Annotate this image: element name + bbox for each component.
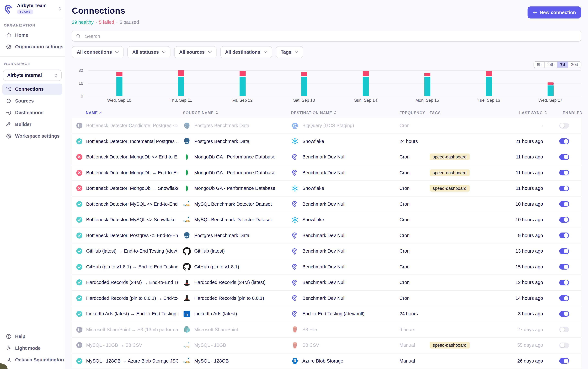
- last-sync-cell: 27 days ago: [515, 327, 558, 332]
- source-cell: MySQLMySQL Benchmark Detector Dataset: [179, 216, 287, 224]
- separator-dot: ·: [96, 20, 97, 25]
- sidebar-item-destinations[interactable]: Destinations: [2, 107, 62, 118]
- bar-thu-sep-11: [150, 70, 212, 96]
- column-header-source-name[interactable]: SOURCE NAME: [179, 111, 287, 115]
- enabled-cell: [558, 342, 581, 348]
- connection-row[interactable]: MySQL - 10GB → S3 CSVMySQLMySQL - 10GBS3…: [72, 338, 581, 353]
- workspace-nav: ConnectionsSourcesDestinationsBuilderWor…: [0, 83, 65, 142]
- destination-cell: Snowflake: [286, 184, 395, 192]
- sidebar-footer-octavia-squiddington[interactable]: Octavia Squiddington: [2, 354, 62, 366]
- sort-updown-icon: [334, 111, 337, 114]
- sidebar-item-organization-settings[interactable]: Organization settings: [2, 41, 62, 52]
- svg-text:01: 01: [294, 361, 295, 362]
- column-header-name[interactable]: NAME: [72, 111, 178, 115]
- snowflake-icon: [291, 216, 299, 224]
- bar-wed-sep-10: [89, 70, 150, 96]
- connection-row[interactable]: Microsoft SharePoint → S3 (13mb performa…: [72, 322, 581, 338]
- enabled-toggle[interactable]: [559, 217, 569, 223]
- connection-row[interactable]: GitHub (pin to v1.8.1) → End-to-End Test…: [72, 259, 581, 275]
- connection-row[interactable]: Bottleneck Detector: MongoDb → End-to-En…: [72, 165, 581, 181]
- failed-count: 5 failed: [99, 20, 114, 25]
- new-connection-button[interactable]: New connection: [528, 7, 581, 19]
- sidebar-item-home[interactable]: Home: [2, 30, 62, 41]
- sidebar-item-connections[interactable]: Connections: [2, 84, 62, 95]
- frequency-cell: 24 hours: [395, 139, 425, 144]
- connection-row[interactable]: Hardcoded Records (pin to 0.0.1) → End-t…: [72, 291, 581, 306]
- workspace-selector-label: Airbyte Internal: [7, 72, 42, 78]
- sidebar-footer-help[interactable]: Help: [2, 331, 62, 342]
- svg-text:My: My: [183, 345, 186, 348]
- enabled-toggle[interactable]: [559, 280, 569, 285]
- time-range-6h[interactable]: 6h: [534, 62, 544, 68]
- azureblob-icon: 1001: [291, 357, 299, 365]
- source-cell: SMicrosoft SharePoint: [179, 326, 287, 334]
- succeeded-segment: [239, 77, 245, 96]
- svg-text:My: My: [183, 204, 186, 206]
- connection-row[interactable]: Bottleneck Detector: MongoDb <> End-to-E…: [72, 149, 581, 165]
- filter-all-connections[interactable]: All connections: [72, 46, 123, 58]
- enabled-toggle[interactable]: [559, 201, 569, 207]
- mysql-icon: MySQL: [183, 216, 191, 224]
- enabled-toggle[interactable]: [559, 248, 569, 254]
- column-header-destination-name[interactable]: DESTINATION NAME: [286, 111, 395, 115]
- connection-row[interactable]: LinkedIn Ads (latest) → End-to-End Testi…: [72, 306, 581, 322]
- search-bar[interactable]: [72, 31, 581, 41]
- connection-row[interactable]: Bottleneck Detector: Incremental Postgre…: [72, 133, 581, 149]
- column-header-last-sync[interactable]: LAST SYNC: [515, 111, 558, 115]
- connection-row[interactable]: Hardcoded Records (24M) → End-to-End Te……: [72, 275, 581, 291]
- sidebar-item-workspace-settings[interactable]: Workspace settings: [2, 131, 62, 142]
- connection-name-cell: Hardcoded Records (pin to 0.0.1) → End-t…: [72, 295, 178, 301]
- svg-text:10: 10: [294, 360, 295, 361]
- enabled-toggle[interactable]: [559, 154, 569, 160]
- y-tick-label: 16: [79, 81, 83, 85]
- sidebar-footer-light-mode[interactable]: Light mode: [2, 342, 62, 354]
- source-name: Postgres Benchmark Data: [194, 123, 249, 128]
- time-range-30d[interactable]: 30d: [568, 62, 581, 68]
- destination-name: End-to-End Testing (/dev/null): [302, 311, 364, 317]
- time-range-7d[interactable]: 7d: [557, 62, 568, 68]
- frequency-cell: Cron: [395, 202, 425, 207]
- enabled-toggle[interactable]: [559, 170, 569, 175]
- filter-all-destinations[interactable]: All destinations: [220, 46, 272, 58]
- enabled-toggle[interactable]: [559, 311, 569, 317]
- org-switcher[interactable]: Airbyte Team TEAMS: [0, 0, 65, 18]
- filter-all-sources[interactable]: All sources: [174, 46, 216, 58]
- connection-row[interactable]: Bottleneck Detector Candidate: Postgres …: [72, 118, 581, 133]
- destination-name: Benchmark Dev Null: [302, 154, 345, 160]
- sidebar-item-sources[interactable]: Sources: [2, 95, 62, 107]
- enabled-toggle[interactable]: [559, 342, 569, 348]
- time-range-24h[interactable]: 24h: [544, 62, 557, 68]
- enabled-toggle[interactable]: [559, 233, 569, 238]
- last-sync-cell: 10 hours ago: [515, 202, 558, 207]
- enabled-toggle[interactable]: [559, 296, 569, 301]
- x-tick-label: Wed, Sep 10: [89, 98, 150, 102]
- filter-tags[interactable]: Tags: [276, 46, 303, 58]
- connection-row[interactable]: Bottleneck Detector: MongoDb → Snowflake…: [72, 181, 581, 196]
- section-label-organization: ORGANIZATION: [0, 18, 65, 29]
- airbyte-icon: [291, 294, 299, 302]
- status-healthy-icon: [76, 279, 82, 285]
- workspace-selector[interactable]: Airbyte Internal: [3, 70, 61, 81]
- enabled-toggle[interactable]: [559, 138, 569, 144]
- search-input[interactable]: [84, 33, 577, 39]
- status-paused-icon: [76, 123, 82, 129]
- mysql-icon: MySQL: [183, 200, 191, 208]
- connection-row[interactable]: MySQL - 128GB → Azure Blob Storage JSOn …: [72, 353, 581, 369]
- status-paused-icon: [76, 327, 82, 332]
- gear-icon: [6, 133, 12, 139]
- connection-row[interactable]: Bottleneck Detector: MySQL <> End-to-End…: [72, 196, 581, 212]
- svg-text:SQL: SQL: [186, 345, 190, 348]
- sidebar-item-builder[interactable]: Builder: [2, 119, 62, 130]
- enabled-cell: [558, 248, 581, 254]
- enabled-toggle[interactable]: [559, 123, 569, 128]
- connection-row[interactable]: Bottleneck Detector: MySQL <> SnowflakeM…: [72, 212, 581, 228]
- enabled-toggle[interactable]: [559, 185, 569, 191]
- enabled-toggle[interactable]: [559, 358, 569, 364]
- enabled-toggle[interactable]: [559, 327, 569, 332]
- enabled-cell: [558, 280, 581, 285]
- connection-row[interactable]: GitHub (latest) → End-to-End Testing (/d…: [72, 244, 581, 259]
- enabled-toggle[interactable]: [559, 264, 569, 270]
- filter-all-statuses[interactable]: All statuses: [127, 46, 170, 58]
- failed-segment: [178, 70, 184, 76]
- connection-row[interactable]: Bottleneck Detector: Postgres <> End-to-…: [72, 228, 581, 244]
